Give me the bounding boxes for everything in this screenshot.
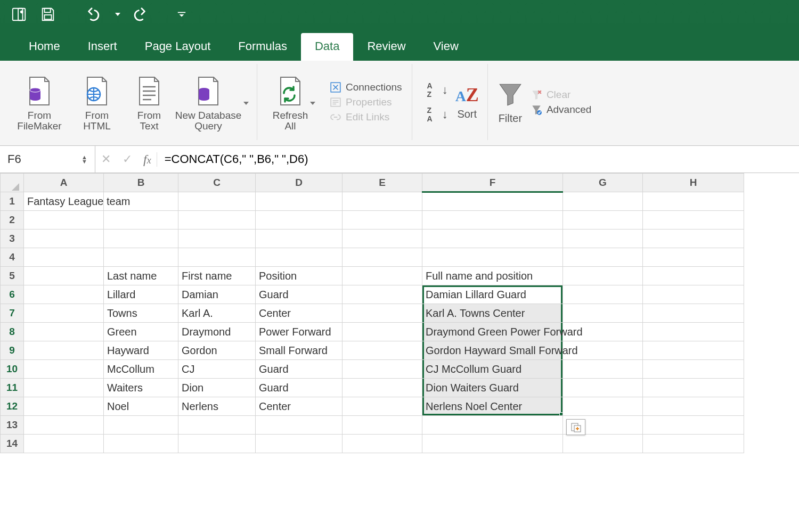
- sort-button[interactable]: AZ Sort: [452, 84, 482, 120]
- undo-icon[interactable]: [84, 6, 101, 23]
- from-filemaker-button[interactable]: FromFileMaker: [11, 73, 68, 132]
- cell[interactable]: [104, 192, 178, 211]
- connections-button[interactable]: Connections: [330, 81, 402, 93]
- cell[interactable]: [24, 397, 104, 416]
- cell[interactable]: [643, 435, 744, 453]
- row-header[interactable]: 12: [1, 397, 24, 416]
- cell[interactable]: Dion Waiters Guard: [422, 379, 563, 397]
- fx-icon[interactable]: fx: [138, 152, 157, 167]
- cell[interactable]: Karl A. Towns Center: [422, 304, 563, 323]
- cell[interactable]: Guard: [256, 379, 343, 397]
- paste-options-button[interactable]: [566, 419, 585, 435]
- row-header[interactable]: 4: [1, 248, 24, 267]
- cell[interactable]: [643, 192, 744, 211]
- spreadsheet-grid[interactable]: ABCDEFGH1Fantasy League team2345Last nam…: [0, 173, 799, 453]
- sort-descending-button[interactable]: ZA ↓: [422, 108, 448, 121]
- cell[interactable]: [178, 435, 256, 453]
- tab-review[interactable]: Review: [353, 33, 419, 61]
- cell[interactable]: [422, 211, 563, 230]
- cell[interactable]: [563, 192, 643, 211]
- cell[interactable]: Damian: [178, 285, 256, 304]
- cell[interactable]: [24, 341, 104, 360]
- cell[interactable]: Guard: [256, 285, 343, 304]
- cell[interactable]: [256, 211, 343, 230]
- cell[interactable]: Gordon Hayward Small Forward: [422, 341, 563, 360]
- cell[interactable]: [104, 416, 178, 435]
- name-box[interactable]: F6 ▲▼: [0, 146, 95, 173]
- cell[interactable]: [343, 285, 422, 304]
- tab-page-layout[interactable]: Page Layout: [131, 33, 225, 61]
- from-html-button[interactable]: FromHTML: [68, 73, 126, 132]
- cell[interactable]: First name: [178, 267, 256, 285]
- fill-handle[interactable]: [559, 412, 563, 416]
- cell[interactable]: Center: [256, 304, 343, 323]
- cell[interactable]: [563, 285, 643, 304]
- cell[interactable]: [643, 416, 744, 435]
- cell[interactable]: [643, 285, 744, 304]
- cell[interactable]: CJ: [178, 360, 256, 379]
- cell[interactable]: Nerlens Noel Center: [422, 397, 563, 416]
- cell[interactable]: [343, 379, 422, 397]
- chevron-down-icon[interactable]: [243, 102, 249, 105]
- cell[interactable]: [563, 323, 643, 341]
- cell[interactable]: [343, 397, 422, 416]
- cell[interactable]: Small Forward: [256, 341, 343, 360]
- cell[interactable]: [563, 341, 643, 360]
- row-header[interactable]: 13: [1, 416, 24, 435]
- cell[interactable]: Fantasy League team: [24, 192, 104, 211]
- cell[interactable]: [643, 379, 744, 397]
- cell[interactable]: [563, 397, 643, 416]
- cell[interactable]: [24, 323, 104, 341]
- cell[interactable]: [343, 416, 422, 435]
- cell[interactable]: [24, 285, 104, 304]
- cell[interactable]: [343, 248, 422, 267]
- advanced-filter-button[interactable]: Advanced: [531, 104, 592, 116]
- cell[interactable]: Hayward: [104, 341, 178, 360]
- cell[interactable]: [563, 211, 643, 230]
- cell[interactable]: [343, 267, 422, 285]
- cell[interactable]: [24, 248, 104, 267]
- cell[interactable]: [643, 230, 744, 248]
- cell[interactable]: [343, 192, 422, 211]
- row-header[interactable]: 11: [1, 379, 24, 397]
- filter-button[interactable]: Filter: [493, 80, 527, 125]
- cell[interactable]: [24, 379, 104, 397]
- cell[interactable]: [256, 416, 343, 435]
- undo-dropdown-icon[interactable]: [113, 6, 120, 23]
- cell[interactable]: [178, 192, 256, 211]
- cell[interactable]: [24, 230, 104, 248]
- cell[interactable]: [178, 248, 256, 267]
- column-header[interactable]: D: [256, 174, 343, 192]
- cell[interactable]: [563, 435, 643, 453]
- cancel-formula-icon[interactable]: ✕: [95, 152, 117, 166]
- cell[interactable]: [24, 435, 104, 453]
- column-header[interactable]: A: [24, 174, 104, 192]
- cell[interactable]: Power Forward: [256, 323, 343, 341]
- cell[interactable]: Guard: [256, 360, 343, 379]
- cell[interactable]: Towns: [104, 304, 178, 323]
- cell[interactable]: [24, 360, 104, 379]
- tab-view[interactable]: View: [420, 33, 472, 61]
- cell[interactable]: Position: [256, 267, 343, 285]
- cell[interactable]: [256, 192, 343, 211]
- cell[interactable]: [643, 211, 744, 230]
- cell[interactable]: Waiters: [104, 379, 178, 397]
- cell[interactable]: CJ McCollum Guard: [422, 360, 563, 379]
- cell[interactable]: [256, 248, 343, 267]
- cell[interactable]: [563, 379, 643, 397]
- cell[interactable]: [643, 360, 744, 379]
- cell[interactable]: [24, 304, 104, 323]
- cell[interactable]: [563, 230, 643, 248]
- row-header[interactable]: 14: [1, 435, 24, 453]
- column-header[interactable]: H: [643, 174, 744, 192]
- cell[interactable]: [104, 211, 178, 230]
- cell[interactable]: [563, 267, 643, 285]
- column-header[interactable]: B: [104, 174, 178, 192]
- cell[interactable]: Noel: [104, 397, 178, 416]
- column-header[interactable]: F: [422, 174, 563, 192]
- cell[interactable]: [104, 435, 178, 453]
- cell[interactable]: [343, 304, 422, 323]
- cell[interactable]: Damian Lillard Guard: [422, 285, 563, 304]
- cell[interactable]: [343, 435, 422, 453]
- formula-input[interactable]: [157, 146, 799, 173]
